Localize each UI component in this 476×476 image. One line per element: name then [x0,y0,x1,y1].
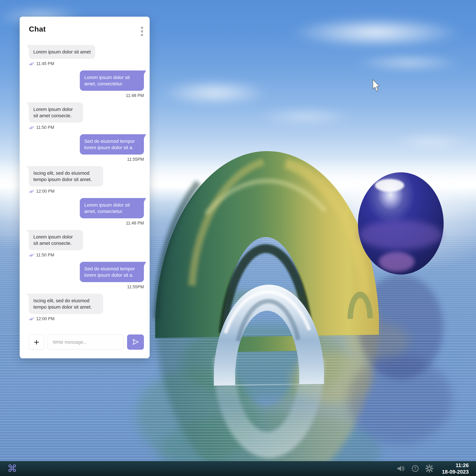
message-bubble: Sed do eiusmod tempor lorem ipsum dolor … [80,262,144,282]
message-bubble: Iscing elit, sed do eiusmod tempo ipsum … [29,166,103,187]
message-bubble: Lorem ipsum dolor sit amet, consectetur. [80,198,144,218]
message-meta: 11:48 PM [126,93,144,98]
message-row: Sed do eiusmod tempor lorem ipsum dolor … [29,262,144,289]
chat-header: Chat [29,25,144,38]
message-bubble: Lorem ipsum dolor sit amet, consectetur. [80,70,144,91]
gold-green-arch [155,151,379,352]
message-time: 11:55PM [127,285,144,289]
send-button[interactable] [127,335,144,350]
message-time: 11:48 PM [126,221,144,226]
taskbar: ⌘ ? [0,461,476,476]
message-bubble: Lorem ipsum dolor sit amet [29,45,95,59]
kebab-menu-icon[interactable] [140,25,144,38]
system-tray: ? 11:26 18-09-2023 [397,462,469,475]
chat-window: Chat Lorem ipsum dolor sit amet 11:45 PM… [20,17,150,358]
double-check-icon [29,253,34,257]
message-time: 11:50 PM [36,253,54,257]
message-input[interactable] [48,335,124,350]
clock-time: 11:26 [442,462,469,469]
message-bubble: Iscing elit, sed do eiusmod tempo ipsum … [29,294,103,314]
message-bubble: Lorem ipsum dolor sit amet consecte. [29,102,83,123]
message-meta: 12:00 PM [29,189,55,194]
settings-gear-icon[interactable] [425,465,433,473]
clock-date: 18-09-2023 [442,469,469,475]
message-row: Lorem ipsum dolor sit amet 11:45 PM [29,45,144,66]
message-row: Iscing elit, sed do eiusmod tempo ipsum … [29,166,144,194]
message-time: 11:55PM [127,157,144,162]
purple-sphere [358,172,444,274]
command-launcher-icon[interactable]: ⌘ [7,464,17,474]
double-check-icon [29,317,34,321]
message-bubble: Lorem ipsum dolor sit amet consecte. [29,230,83,250]
attach-button[interactable]: + [29,335,44,350]
message-meta: 12:00 PM [29,316,55,321]
message-row: Iscing elit, sed do eiusmod tempo ipsum … [29,294,144,321]
message-row: Lorem ipsum dolor sit amet consecte. 11:… [29,102,144,130]
message-meta: 11:45 PM [29,61,54,66]
double-check-icon [29,189,34,193]
message-meta: 11:50 PM [29,253,54,257]
double-check-icon [29,62,34,66]
message-time: 12:00 PM [36,189,55,194]
chat-title: Chat [29,25,46,33]
paper-plane-icon [132,339,139,346]
clock: 11:26 18-09-2023 [442,462,469,475]
message-meta: 11:55PM [127,157,144,162]
message-time: 12:00 PM [36,316,55,321]
double-check-icon [29,126,34,130]
message-row: Lorem ipsum dolor sit amet, consectetur.… [29,70,144,98]
message-row: Lorem ipsum dolor sit amet, consectetur.… [29,198,144,226]
volume-icon[interactable] [397,465,405,472]
desktop: { "chat": { "title": "Chat", "menu_icon"… [0,0,476,476]
message-bubble: Sed do eiusmod tempor lorem ipsum dolor … [80,134,144,154]
composer: + [29,335,144,350]
message-row: Lorem ipsum dolor sit amet consecte. 11:… [29,230,144,257]
message-row: Sed do eiusmod tempor lorem ipsum dolor … [29,134,144,162]
help-icon[interactable]: ? [411,465,419,472]
svg-text:?: ? [414,466,416,471]
mouse-cursor [371,79,381,94]
message-time: 11:48 PM [126,93,144,98]
message-time: 11:45 PM [36,61,54,66]
message-list: Lorem ipsum dolor sit amet 11:45 PM Lore… [29,45,144,335]
message-meta: 11:55PM [127,285,144,289]
message-meta: 11:48 PM [126,221,144,226]
message-time: 11:50 PM [36,125,54,130]
message-meta: 11:50 PM [29,125,54,130]
